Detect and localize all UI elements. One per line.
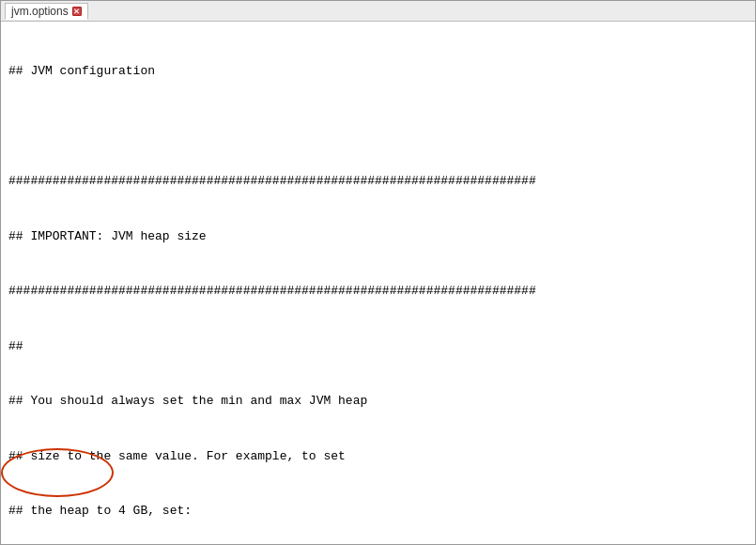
line-7: ## You should always set the min and max… [8, 392, 748, 411]
line-9: ## the heap to 4 GB, set: [8, 502, 748, 521]
line-2 [8, 117, 748, 136]
line-3: ########################################… [8, 172, 748, 191]
title-bar: jvm.options ✕ [1, 1, 755, 22]
line-6: ## [8, 337, 748, 356]
line-8: ## size to the same value. For example, … [8, 447, 748, 466]
file-tab[interactable]: jvm.options ✕ [5, 3, 88, 20]
tab-label: jvm.options [11, 5, 69, 18]
line-5: ########################################… [8, 282, 748, 301]
tab-close-button[interactable]: ✕ [72, 7, 82, 16]
editor-area[interactable]: ## JVM configuration ###################… [1, 22, 755, 544]
line-1: ## JVM configuration [8, 62, 748, 81]
main-window: jvm.options ✕ ## JVM configuration #####… [0, 0, 756, 545]
line-4: ## IMPORTANT: JVM heap size [8, 227, 748, 246]
